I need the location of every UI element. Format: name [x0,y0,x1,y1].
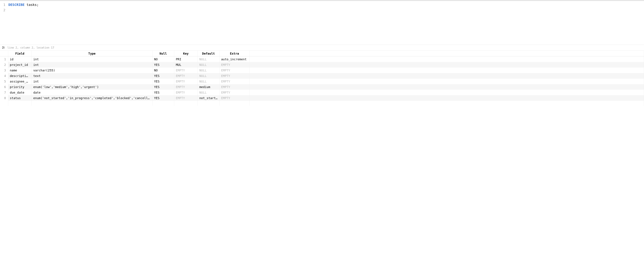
settings-sliders-icon[interactable] [1,46,5,50]
col-header-field[interactable]: Field [8,51,32,56]
cell-type[interactable]: date [32,90,152,95]
cursor-position-text: line 2, column 2, location 17 [8,46,54,49]
cell-field[interactable]: priority [8,84,32,90]
cell-field[interactable]: due_date [8,90,32,95]
gutter-line: 1 [0,2,7,8]
cell-key[interactable]: EMPTY [174,73,198,79]
cell-extra[interactable]: EMPTY [219,68,250,73]
table-row[interactable]: 1idintNOPRINULLauto_increment [0,56,644,62]
cell-key[interactable]: EMPTY [174,95,198,101]
col-header-extra[interactable]: Extra [219,51,250,56]
cell-key[interactable]: EMPTY [174,84,198,90]
row-number-header [0,51,8,56]
cell-type[interactable]: text [32,73,152,79]
cell-null[interactable]: YES [152,62,174,68]
table-row[interactable]: 7due_datedateYESEMPTYNULLEMPTY [0,90,644,95]
cell-type[interactable]: int [32,79,152,84]
cell-type[interactable]: int [32,62,152,68]
editor-body[interactable]: DESCRIBE tasks; [7,1,644,45]
cell-extra[interactable]: EMPTY [219,84,250,90]
cell-default[interactable]: NULL [198,62,219,68]
results-pane[interactable]: Field Type Null Key Default Extra 1idint… [0,51,644,272]
cell-spacer [250,73,644,79]
cell-key[interactable]: EMPTY [174,90,198,95]
cell-default[interactable]: NULL [198,79,219,84]
cell-default[interactable]: not_started [198,95,219,101]
table-header-row: Field Type Null Key Default Extra [0,51,644,56]
cell-type[interactable]: enum('not_started','in_progress','comple… [32,95,152,101]
cell-null[interactable]: NO [152,68,174,73]
table-row[interactable]: 4descriptiontextYESEMPTYNULLEMPTY [0,73,644,79]
col-header-key[interactable]: Key [174,51,198,56]
table-row[interactable]: 5assignee_idintYESEMPTYNULLEMPTY [0,79,644,84]
cell-field[interactable]: assignee_id [8,79,32,84]
table-row[interactable]: 2project_idintYESMULNULLEMPTY [0,62,644,68]
row-number: 4 [0,73,8,79]
cell-key[interactable]: EMPTY [174,79,198,84]
col-header-spacer [250,51,644,56]
cell-null[interactable]: YES [152,90,174,95]
cell-key[interactable]: MUL [174,62,198,68]
cell-spacer [250,84,644,90]
cell-default[interactable]: NULL [198,90,219,95]
cell-extra[interactable]: EMPTY [219,79,250,84]
col-header-default[interactable]: Default [198,51,219,56]
cell-field[interactable]: id [8,56,32,62]
cell-spacer [250,68,644,73]
cell-field[interactable]: project_id [8,62,32,68]
cell-null[interactable]: YES [152,79,174,84]
table-row[interactable]: 6priorityenum('low','medium','high','urg… [0,84,644,90]
cell-null[interactable]: NO [152,56,174,62]
row-number: 5 [0,79,8,84]
cell-extra[interactable]: auto_increment [219,56,250,62]
cell-key[interactable]: PRI [174,56,198,62]
cell-extra[interactable]: EMPTY [219,90,250,95]
col-header-type[interactable]: Type [32,51,152,56]
cell-type[interactable]: int [32,56,152,62]
cell-default[interactable]: medium [198,84,219,90]
cell-extra[interactable]: EMPTY [219,73,250,79]
table-row[interactable]: 3namevarchar(255)NOEMPTYNULLEMPTY [0,68,644,73]
cell-field[interactable]: status [8,95,32,101]
row-number: 2 [0,62,8,68]
cell-extra[interactable]: EMPTY [219,95,250,101]
cell-spacer [250,56,644,62]
editor-line[interactable]: DESCRIBE tasks; [8,2,643,8]
cell-extra[interactable]: EMPTY [219,62,250,68]
cell-null[interactable]: YES [152,73,174,79]
cell-field[interactable]: description [8,73,32,79]
cell-spacer [250,90,644,95]
sql-text: tasks; [24,3,38,7]
cell-default[interactable]: NULL [198,73,219,79]
editor-line[interactable] [8,8,643,13]
cell-type[interactable]: enum('low','medium','high','urgent') [32,84,152,90]
sql-editor[interactable]: 1 2 DESCRIBE tasks; [0,1,644,45]
table-row-empty [0,101,644,106]
cell-spacer [250,95,644,101]
row-number: 1 [0,56,8,62]
row-number: 6 [0,84,8,90]
cell-field[interactable]: name [8,68,32,73]
cell-default[interactable]: NULL [198,56,219,62]
cell-type[interactable]: varchar(255) [32,68,152,73]
row-number: 8 [0,95,8,101]
editor-gutter: 1 2 [0,1,7,45]
app-root: 1 2 DESCRIBE tasks; line 2, column 2, lo… [0,0,644,272]
cell-default[interactable]: NULL [198,68,219,73]
col-header-null[interactable]: Null [152,51,174,56]
table-row[interactable]: 8statusenum('not_started','in_progress',… [0,95,644,101]
results-table[interactable]: Field Type Null Key Default Extra 1idint… [0,51,644,106]
gutter-line: 2 [0,8,7,13]
sql-keyword: DESCRIBE [8,3,24,7]
row-number: 3 [0,68,8,73]
cell-null[interactable]: YES [152,84,174,90]
cell-null[interactable]: YES [152,95,174,101]
cell-spacer [250,62,644,68]
editor-statusbar: line 2, column 2, location 17 [0,45,644,51]
cell-spacer [250,79,644,84]
row-number: 7 [0,90,8,95]
cell-key[interactable]: EMPTY [174,68,198,73]
